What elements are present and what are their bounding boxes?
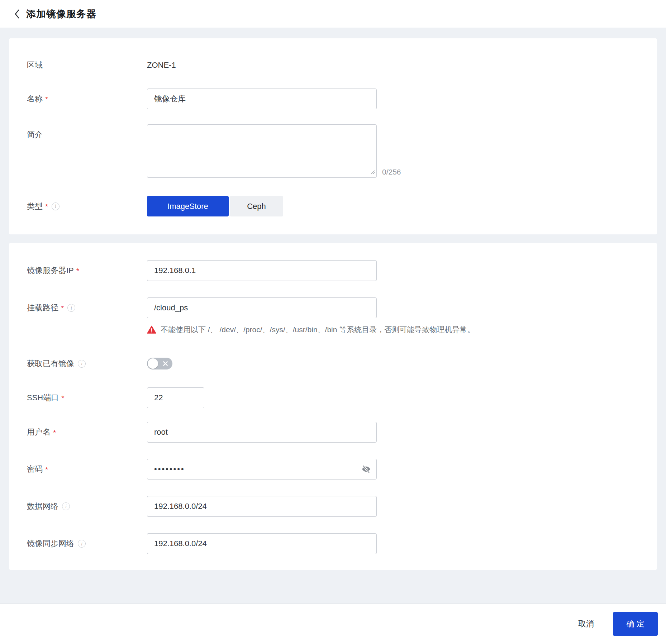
username-label-col: 用户名 * [27,427,147,438]
required-asterisk: * [45,95,48,103]
fetch-images-label: 获取已有镜像 [27,358,74,369]
password-field: 密码 * [9,459,657,480]
password-visibility-button[interactable] [361,464,372,475]
ssh-port-input[interactable] [147,387,204,408]
server-ip-field: 镜像服务器IP * [9,260,657,281]
zone-label-col: 区域 [27,60,147,71]
required-asterisk: * [45,202,48,210]
sync-network-label: 镜像同步网络 [27,538,74,549]
eye-slash-icon [361,464,371,474]
data-network-input[interactable] [147,496,377,517]
password-input[interactable] [147,459,377,480]
sync-network-label-col: 镜像同步网络 i [27,538,147,549]
password-label: 密码 [27,464,43,474]
page-header: 添加镜像服务器 [0,0,666,28]
type-option-imagestore[interactable]: ImageStore [147,196,229,216]
description-label: 简介 [27,129,43,140]
required-asterisk: * [53,429,56,436]
ssh-port-label-col: SSH端口 * [27,392,147,403]
data-network-info-icon[interactable]: i [62,502,70,510]
password-input-wrap [147,459,377,480]
zone-label: 区域 [27,60,43,71]
username-label: 用户名 [27,427,51,438]
mount-path-label: 挂载路径 [27,302,58,313]
username-field: 用户名 * [9,422,657,443]
description-label-col: 简介 [27,124,147,140]
server-ip-input[interactable] [147,260,377,281]
ssh-port-label: SSH端口 [27,392,59,403]
chevron-left-icon [14,8,21,20]
cancel-button[interactable]: 取消 [576,618,596,630]
name-input[interactable] [147,89,377,109]
fetch-images-toggle[interactable] [147,358,172,369]
footer-action-bar: 取消 确 定 [0,604,666,644]
sync-network-info-icon[interactable]: i [78,540,86,548]
password-label-col: 密码 * [27,464,147,474]
mount-path-field: 挂载路径 * i [9,297,657,318]
mount-path-warning-text: 不能使用以下 /、 /dev/、/proc/、/sys/、/usr/bin、/b… [161,325,475,335]
type-segmented-control: ImageStore Ceph [147,196,283,216]
name-label-col: 名称 * [27,94,147,104]
sync-network-field: 镜像同步网络 i [9,533,657,554]
type-option-ceph[interactable]: Ceph [230,196,283,216]
ssh-port-field: SSH端口 * [9,387,657,408]
mount-path-info-icon[interactable]: i [67,304,75,312]
mount-path-label-col: 挂载路径 * i [27,302,147,313]
fetch-images-field: 获取已有镜像 i [9,358,657,369]
zone-field: 区域 ZONE-1 [9,60,657,71]
required-asterisk: * [76,267,79,275]
required-asterisk: * [45,466,48,473]
data-network-label: 数据网络 [27,501,58,512]
back-button[interactable] [14,8,21,20]
fetch-images-info-icon[interactable]: i [78,360,86,368]
toggle-knob [148,358,158,369]
fetch-images-label-col: 获取已有镜像 i [27,358,147,369]
description-field: 简介 0/256 [9,124,657,179]
char-counter: 0/256 [382,168,401,179]
page-title: 添加镜像服务器 [26,8,96,20]
mount-path-input[interactable] [147,297,377,318]
type-label: 类型 [27,201,43,212]
required-asterisk: * [61,304,64,312]
type-info-icon[interactable]: i [52,202,60,210]
description-textarea-wrap [147,124,377,179]
mount-path-warning: 不能使用以下 /、 /dev/、/proc/、/sys/、/usr/bin、/b… [9,325,657,335]
name-label: 名称 [27,94,43,104]
confirm-button[interactable]: 确 定 [613,612,658,636]
data-network-label-col: 数据网络 i [27,501,147,512]
name-field: 名称 * [9,89,657,109]
connection-info-card: 镜像服务器IP * 挂载路径 * i 不能使用以下 /、 /dev/、/proc… [9,243,657,570]
type-label-col: 类型 * i [27,201,147,212]
username-input[interactable] [147,422,377,443]
warning-icon [147,325,156,334]
basic-info-card: 区域 ZONE-1 名称 * 简介 0/256 类型 * [9,38,657,234]
required-asterisk: * [61,394,64,402]
sync-network-input[interactable] [147,533,377,554]
toggle-off-x-icon [163,361,168,366]
server-ip-label: 镜像服务器IP [27,265,74,276]
data-network-field: 数据网络 i [9,496,657,517]
server-ip-label-col: 镜像服务器IP * [27,265,147,276]
zone-value: ZONE-1 [147,61,176,70]
type-field: 类型 * i ImageStore Ceph [9,196,657,216]
description-textarea[interactable] [147,124,377,178]
